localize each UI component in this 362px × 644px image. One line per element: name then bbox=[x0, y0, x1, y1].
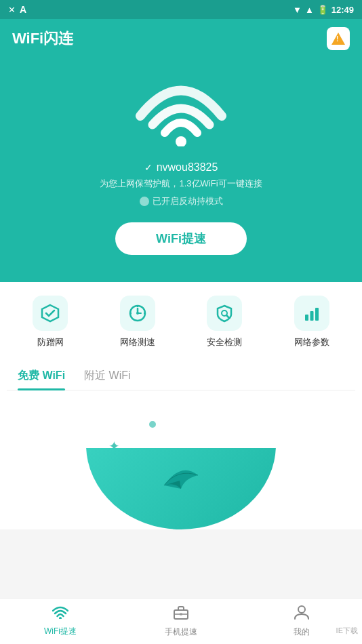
status-right-icons: ▼ ▲ 🔋 12:49 bbox=[293, 5, 354, 15]
nav-mine-label: 我的 bbox=[294, 626, 310, 638]
app-header: WiFi闪连 bbox=[0, 19, 362, 58]
paper-plane-icon bbox=[161, 455, 201, 492]
nav-briefcase-icon bbox=[173, 605, 189, 624]
svg-line-8 bbox=[226, 315, 229, 318]
time-display: 12:49 bbox=[331, 5, 354, 15]
tools-grid: 防蹭网 网络测速 bbox=[7, 296, 355, 348]
nav-phone-speed[interactable]: 手机提速 bbox=[121, 599, 241, 643]
x-icon: ✕ bbox=[8, 5, 16, 15]
nav-wifi-speed-label: WiFi提速 bbox=[44, 626, 77, 637]
svg-marker-1 bbox=[42, 305, 58, 321]
tab-free-wifi[interactable]: 免费 WiFi bbox=[18, 362, 65, 390]
wifi-speed-button[interactable]: WiFi提速 bbox=[115, 222, 247, 255]
alert-button[interactable] bbox=[327, 27, 350, 50]
tool-security-check[interactable]: 安全检测 bbox=[207, 296, 242, 348]
anti-rub-icon bbox=[33, 296, 68, 331]
tool-speed-test[interactable]: 网络测速 bbox=[120, 296, 155, 348]
network-name: nvwou83825 bbox=[157, 161, 218, 174]
connected-status: ✓ nvwou83825 bbox=[144, 161, 218, 174]
wifi-mode-status: 已开启反劫持模式 bbox=[140, 195, 223, 207]
watermark: IE下载 bbox=[332, 624, 362, 637]
svg-rect-9 bbox=[305, 315, 308, 321]
speed-test-label: 网络测速 bbox=[120, 336, 155, 348]
anti-rub-label: 防蹭网 bbox=[37, 336, 64, 348]
nav-wifi-speed[interactable]: WiFi提速 bbox=[0, 600, 121, 643]
speed-test-icon bbox=[120, 296, 155, 331]
status-bar: ✕ A ▼ ▲ 🔋 12:49 bbox=[0, 0, 362, 19]
battery-icon: 🔋 bbox=[317, 5, 328, 15]
wifi-signal-icon: ▼ bbox=[293, 5, 302, 15]
a-icon: A bbox=[20, 4, 26, 15]
hero-section: ✓ nvwou83825 为您上网保驾护航，1.3亿WiFi可一键连接 已开启反… bbox=[0, 58, 362, 282]
watermark-text: IE下载 bbox=[336, 626, 358, 635]
svg-rect-11 bbox=[315, 308, 319, 321]
mode-label: 已开启反劫持模式 bbox=[153, 195, 223, 207]
status-left-icons: ✕ A bbox=[8, 4, 26, 15]
security-check-icon bbox=[207, 296, 242, 331]
tool-network-params[interactable]: 网络参数 bbox=[294, 296, 329, 348]
content-area: ✦ bbox=[0, 401, 362, 529]
svg-point-12 bbox=[59, 617, 62, 619]
nav-person-icon bbox=[294, 605, 310, 624]
tools-section: 防蹭网 网络测速 bbox=[0, 282, 362, 401]
wifi-icon-container bbox=[134, 72, 228, 149]
wifi-description: 为您上网保驾护航，1.3亿WiFi可一键连接 bbox=[100, 178, 262, 190]
nav-phone-speed-label: 手机提速 bbox=[165, 626, 197, 638]
alert-triangle-icon bbox=[331, 33, 345, 45]
check-icon: ✓ bbox=[144, 162, 153, 173]
tool-anti-rub[interactable]: 防蹭网 bbox=[33, 296, 68, 348]
security-check-label: 安全检测 bbox=[207, 336, 242, 348]
network-params-icon bbox=[294, 296, 329, 331]
tab-nearby-wifi[interactable]: 附近 WiFi bbox=[84, 362, 130, 390]
mode-dot-icon bbox=[140, 197, 149, 206]
svg-point-16 bbox=[298, 606, 305, 613]
svg-point-0 bbox=[176, 136, 186, 146]
wifi-large-icon bbox=[134, 72, 228, 146]
svg-rect-15 bbox=[180, 613, 182, 616]
network-params-label: 网络参数 bbox=[294, 336, 329, 348]
deco-circle bbox=[149, 421, 156, 428]
bottom-nav: WiFi提速 手机提速 我的 IE下载 bbox=[0, 598, 362, 644]
svg-rect-10 bbox=[310, 311, 313, 321]
arch-illustration bbox=[86, 448, 276, 529]
wifi-tabs: 免费 WiFi 附近 WiFi bbox=[7, 362, 355, 390]
svg-point-3 bbox=[136, 312, 139, 315]
nav-wifi-icon bbox=[52, 605, 68, 623]
app-title: WiFi闪连 bbox=[12, 28, 73, 49]
signal-bars-icon: ▲ bbox=[305, 5, 314, 15]
